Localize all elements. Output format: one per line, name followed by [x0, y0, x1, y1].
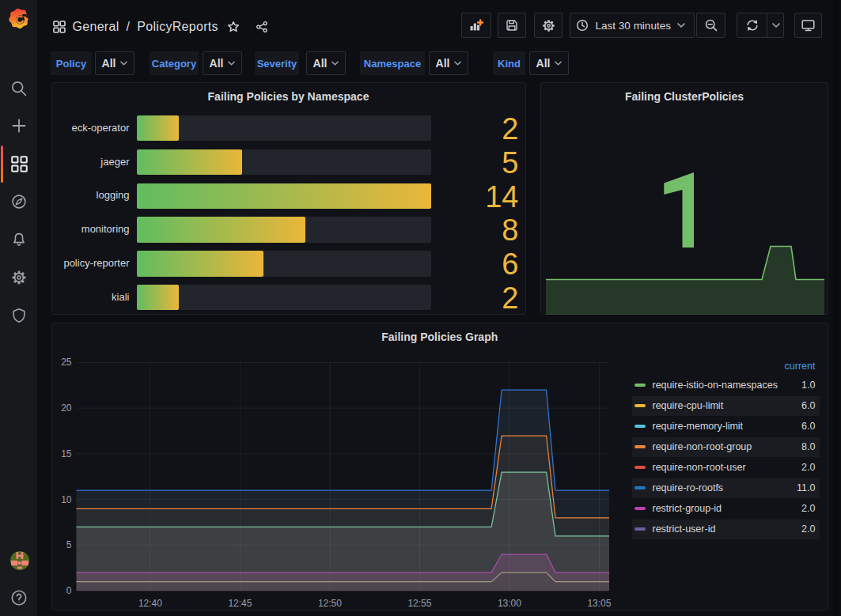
svg-text:13:00: 13:00 [497, 598, 521, 609]
svg-text:20: 20 [61, 402, 72, 414]
svg-text:12:55: 12:55 [407, 598, 431, 609]
svg-text:12:40: 12:40 [138, 598, 161, 609]
svg-text:12:50: 12:50 [317, 598, 341, 609]
svg-text:5: 5 [66, 539, 71, 550]
svg-text:13:05: 13:05 [587, 598, 611, 609]
svg-text:10: 10 [61, 494, 72, 505]
svg-text:0: 0 [66, 585, 71, 596]
svg-text:25: 25 [61, 357, 72, 368]
svg-text:12:45: 12:45 [228, 598, 252, 609]
svg-text:15: 15 [61, 448, 72, 459]
